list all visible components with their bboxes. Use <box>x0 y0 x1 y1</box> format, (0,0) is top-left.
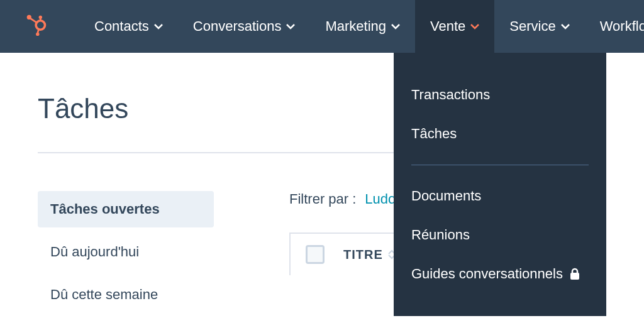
nav-item-contacts[interactable]: Contacts <box>79 0 178 53</box>
vente-dropdown: Transactions Tâches Documents Réunions G… <box>394 53 606 316</box>
nav-item-label: Workflows <box>600 18 644 35</box>
svg-point-1 <box>36 21 45 30</box>
dropdown-item-label: Tâches <box>411 126 457 142</box>
sidebar-item-label: Dû cette semaine <box>50 287 158 302</box>
nav-items: Contacts Conversations Marketing Vente S… <box>79 0 644 53</box>
chevron-down-icon <box>391 24 400 30</box>
dropdown-item-label: Réunions <box>411 227 470 243</box>
svg-rect-7 <box>570 273 579 280</box>
dropdown-item-label: Transactions <box>411 87 490 103</box>
sidebar-item-open-tasks[interactable]: Tâches ouvertes <box>38 191 214 227</box>
sidebar: Tâches ouvertes Dû aujourd'hui Dû cette … <box>38 191 214 319</box>
nav-item-label: Contacts <box>94 18 149 35</box>
lock-icon <box>569 268 580 280</box>
column-header-label: TITRE <box>343 248 383 262</box>
filter-label: Filtrer par : <box>289 191 356 207</box>
dropdown-item-transactions[interactable]: Transactions <box>394 75 606 114</box>
dropdown-item-taches[interactable]: Tâches <box>394 114 606 153</box>
dropdown-item-documents[interactable]: Documents <box>394 177 606 216</box>
dropdown-item-label: Guides conversationnels <box>411 266 563 282</box>
sidebar-item-due-this-week[interactable]: Dû cette semaine <box>38 276 214 313</box>
logo[interactable] <box>25 14 48 39</box>
dropdown-item-reunions[interactable]: Réunions <box>394 216 606 254</box>
nav-item-vente[interactable]: Vente <box>415 0 494 53</box>
dropdown-item-guides[interactable]: Guides conversationnels <box>394 254 606 293</box>
chevron-down-icon <box>470 24 479 30</box>
chevron-down-icon <box>154 24 163 30</box>
nav-item-marketing[interactable]: Marketing <box>310 0 415 53</box>
nav-item-conversations[interactable]: Conversations <box>178 0 311 53</box>
nav-item-label: Conversations <box>193 18 282 35</box>
sidebar-item-due-today[interactable]: Dû aujourd'hui <box>38 234 214 270</box>
top-nav: Contacts Conversations Marketing Vente S… <box>0 0 644 53</box>
sidebar-item-label: Dû aujourd'hui <box>50 244 139 260</box>
hubspot-icon <box>25 14 48 36</box>
dropdown-item-label: Documents <box>411 188 481 204</box>
nav-item-service[interactable]: Service <box>494 0 584 53</box>
nav-item-label: Vente <box>430 18 465 35</box>
column-header-titre[interactable]: TITRE <box>343 248 396 262</box>
chevron-down-icon <box>286 24 295 30</box>
select-all-checkbox[interactable] <box>306 245 325 264</box>
nav-item-label: Marketing <box>325 18 386 35</box>
nav-item-label: Service <box>509 18 555 35</box>
svg-line-4 <box>30 18 37 23</box>
nav-item-workflows[interactable]: Workflows <box>585 0 644 53</box>
svg-line-6 <box>38 29 39 33</box>
sidebar-item-label: Tâches ouvertes <box>50 201 160 217</box>
chevron-down-icon <box>561 24 570 30</box>
dropdown-divider <box>411 165 589 165</box>
